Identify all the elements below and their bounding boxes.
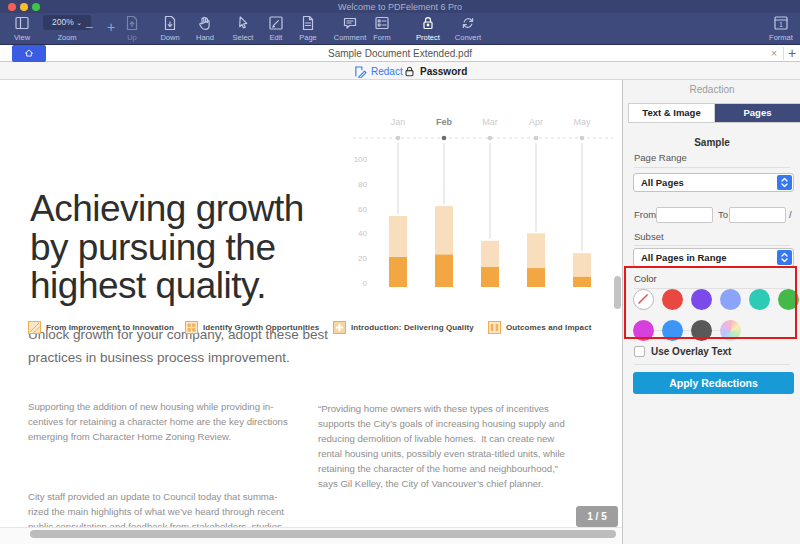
zoom-value: 200% [52,17,74,27]
paragraph: Supporting the addition of new housing w… [28,399,288,444]
svg-text:Apr: Apr [529,117,543,127]
feature-item: Outcomes and Impact [488,321,591,334]
diagonal-square-icon [28,321,41,334]
svg-text:Feb: Feb [436,117,453,127]
use-overlay-text-row[interactable]: Use Overlay Text [634,346,731,357]
password-lock-icon [403,65,416,78]
convert-arrows-icon [459,14,477,32]
document-heading: Achieving growth by pursuing the highest… [30,190,304,306]
color-swatches [623,80,800,390]
feature-label: Identify Growth Opportunities [203,323,319,332]
page-up-icon [123,14,141,32]
plus-square-icon [333,321,346,334]
apply-redactions-button[interactable]: Apply Redactions [633,372,794,394]
grid-square-icon [185,321,198,334]
redact-label: Redact [371,66,403,77]
feature-label: Introduction: Delivering Quality [351,323,474,332]
feature-item: Introduction: Delivering Quality [333,321,474,334]
split-view-icon [13,14,31,32]
svg-text:60: 60 [358,205,367,214]
feature-label: From Improvement to Innovation [46,323,174,332]
toolbar-item-label: Format [753,33,800,42]
format-panel-icon: 1 [772,14,790,32]
format-button[interactable]: 1Format [753,13,800,45]
hand-icon [196,14,214,32]
feature-item: Identify Growth Opportunities [185,321,319,334]
svg-text:Jan: Jan [391,117,406,127]
page-indicator-badge: 1 / 5 [576,506,618,527]
home-icon [23,47,35,59]
form-fields-icon [373,14,391,32]
zoom-out-button[interactable]: − [79,19,99,35]
svg-text:1: 1 [779,21,783,28]
svg-text:Mar: Mar [482,117,498,127]
home-button[interactable] [12,45,46,62]
svg-text:0: 0 [363,279,368,288]
overlay-text-checkbox[interactable] [634,346,645,357]
svg-text:80: 80 [358,180,367,189]
svg-text:May: May [573,117,591,127]
document-tab[interactable]: Sample Document Extended.pdf [100,45,700,62]
redact-icon [354,65,367,78]
password-label: Password [420,66,467,77]
new-tab-button[interactable]: + [784,45,800,62]
divider [634,364,790,365]
redact-button[interactable]: Redact [354,62,403,80]
svg-text:20: 20 [358,254,367,263]
main-toolbar: View200% ⌄Zoom−+UpDownHandSelectEditPage… [0,13,800,45]
bar-chart: JanFebMarAprMay020406080100 [345,100,620,330]
lock-icon [419,14,437,32]
document-icon [299,14,317,32]
feature-label: Outcomes and Impact [506,323,591,332]
text-column-right: “Providing home owners with these types … [318,371,565,544]
paragraph: “Providing home owners with these types … [318,401,565,491]
convert-button[interactable]: Convert [440,13,496,45]
title-bar: Welcome to PDFelement 6 Pro [0,0,800,13]
svg-text:100: 100 [354,155,368,164]
toolbar-item-label: Convert [440,33,496,42]
bars-square-icon [488,321,501,334]
text-column-left: Supporting the addition of new housing w… [28,369,288,544]
tab-close-icon[interactable]: × [766,45,782,62]
protect-sub-toolbar: Redact Password [0,62,800,80]
red-highlight-annotation [624,266,797,339]
app-window: Welcome to PDFelement 6 Pro View200% ⌄Zo… [0,0,800,544]
overlay-text-label: Use Overlay Text [651,346,731,357]
window-title: Welcome to PDFelement 6 Pro [0,2,800,12]
horizontal-scrollbar-track[interactable] [0,527,622,544]
password-button[interactable]: Password [403,62,467,80]
vertical-scrollbar-thumb[interactable] [614,276,621,309]
svg-text:40: 40 [358,229,367,238]
horizontal-scrollbar-thumb[interactable] [30,530,616,538]
document-page[interactable]: Achieving growth by pursuing the highest… [0,80,622,544]
feature-item: From Improvement to Innovation [28,321,174,334]
feature-list: From Improvement to InnovationIdentify G… [0,321,622,337]
tab-bar: Sample Document Extended.pdf × + [0,45,800,62]
